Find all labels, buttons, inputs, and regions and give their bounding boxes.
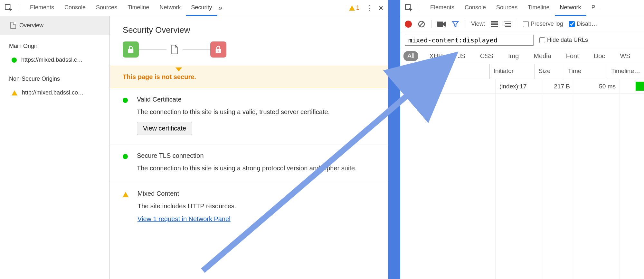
- type-ws[interactable]: WS: [616, 51, 634, 61]
- type-css[interactable]: CSS: [476, 51, 497, 61]
- tab-sources[interactable]: Sources: [91, 0, 122, 16]
- insecure-chip-icon: ×: [210, 41, 226, 58]
- filter-input[interactable]: [405, 35, 534, 46]
- type-doc[interactable]: Doc: [590, 51, 609, 61]
- origin-main-url: https://mixed.badssl.c…: [21, 57, 83, 63]
- close-icon[interactable]: ×: [379, 4, 383, 13]
- svg-rect-14: [505, 26, 511, 27]
- col-name[interactable]: Name: [400, 64, 490, 79]
- svg-text:×: ×: [217, 50, 219, 53]
- row-name: image.jpg: [412, 83, 439, 90]
- col-time[interactable]: Time: [564, 64, 607, 79]
- inspect-icon[interactable]: [5, 4, 13, 12]
- type-img[interactable]: Img: [504, 51, 523, 61]
- cell-name: image.jpg: [400, 79, 496, 94]
- hide-data-urls-input[interactable]: [539, 37, 545, 43]
- tab-security[interactable]: Security: [186, 0, 217, 16]
- tab-sources[interactable]: Sources: [491, 0, 523, 16]
- inspect-icon[interactable]: [405, 4, 413, 12]
- type-xhr[interactable]: XHR: [425, 51, 447, 61]
- security-block-tls: Secure TLS connection The connection to …: [110, 144, 388, 182]
- preserve-log-checkbox[interactable]: Preserve log: [523, 21, 563, 27]
- svg-rect-1: [128, 49, 134, 53]
- cell-initiator[interactable]: (index):17: [496, 79, 543, 94]
- origin-main[interactable]: https://mixed.badssl.c…: [0, 52, 109, 68]
- warning-icon: [349, 5, 355, 11]
- network-type-filter: All XHR JS CSS Img Media Font Doc WS Oth…: [400, 48, 644, 64]
- overview-label: Overview: [19, 22, 43, 29]
- record-button-icon[interactable]: [405, 21, 412, 28]
- svg-rect-8: [491, 21, 498, 22]
- view-small-icon[interactable]: [504, 21, 511, 28]
- svg-rect-13: [504, 25, 511, 25]
- nonsecure-origins-heading: Non-Secure Origins: [0, 68, 109, 85]
- secure-chip-icon: [123, 41, 139, 58]
- network-toolbar: View: Preserve log Disab…: [400, 16, 644, 32]
- timeline-bar-icon: [636, 82, 644, 91]
- camera-icon[interactable]: [437, 21, 446, 27]
- page-chip-icon: [166, 41, 183, 58]
- type-js[interactable]: JS: [454, 51, 469, 61]
- tab-console[interactable]: Console: [59, 0, 91, 16]
- security-summary-icons: ×: [110, 41, 388, 58]
- disable-cache-checkbox[interactable]: Disab…: [569, 21, 597, 27]
- type-all[interactable]: All: [403, 51, 418, 61]
- col-timeline[interactable]: Timeline…: [607, 64, 644, 79]
- tab-console[interactable]: Console: [459, 0, 491, 16]
- secure-dot-icon: [123, 98, 128, 103]
- separator: [465, 20, 465, 28]
- block-body: The connection to this site is using a s…: [137, 163, 357, 173]
- disable-cache-input[interactable]: [569, 21, 575, 27]
- page-icon: [10, 22, 16, 29]
- sidebar-item-overview[interactable]: Overview: [0, 16, 109, 35]
- block-heading: Secure TLS connection: [137, 152, 357, 159]
- col-size[interactable]: Size: [535, 64, 564, 79]
- separator: [431, 20, 431, 28]
- block-heading: Valid Certificate: [137, 96, 330, 103]
- network-row[interactable]: image.jpg (index):17 217 B 50 ms: [400, 79, 644, 94]
- security-banner: This page is not secure.: [110, 66, 388, 88]
- view-requests-link[interactable]: View 1 request in Network Panel: [137, 215, 231, 223]
- origin-nonsecure-url: http://mixed.badssl.co…: [22, 89, 84, 96]
- cell-time: 50 ms: [574, 79, 620, 94]
- security-sidebar: Overview Main Origin https://mixed.badss…: [0, 16, 110, 279]
- origin-nonsecure[interactable]: http://mixed.badssl.co…: [0, 85, 109, 101]
- panel-divider: [388, 0, 400, 279]
- tab-elements[interactable]: Elements: [25, 0, 59, 16]
- tab-elements[interactable]: Elements: [425, 0, 459, 16]
- tab-truncated[interactable]: P…: [586, 0, 606, 16]
- svg-rect-7: [437, 22, 443, 27]
- tab-network[interactable]: Network: [555, 0, 586, 16]
- tabs-overflow-icon[interactable]: »: [219, 4, 223, 12]
- separator: [19, 4, 19, 12]
- main-origin-heading: Main Origin: [0, 35, 109, 52]
- svg-line-6: [420, 22, 423, 26]
- view-large-icon[interactable]: [491, 21, 498, 28]
- filter-icon[interactable]: [451, 20, 459, 28]
- tab-timeline[interactable]: Timeline: [523, 0, 554, 16]
- clear-icon[interactable]: [418, 20, 425, 28]
- secure-dot-icon: [12, 58, 17, 63]
- console-warning-badge[interactable]: 1: [349, 4, 359, 11]
- type-other[interactable]: Other: [641, 51, 644, 61]
- kebab-menu-icon[interactable]: ⋮: [366, 4, 372, 12]
- tab-timeline[interactable]: Timeline: [122, 0, 154, 16]
- preserve-log-input[interactable]: [523, 21, 529, 27]
- disable-cache-label: Disab…: [577, 21, 597, 27]
- devtools-security-panel: Elements Console Sources Timeline Networ…: [0, 0, 388, 279]
- block-body: The site includes HTTP resources.: [137, 201, 236, 211]
- tab-network[interactable]: Network: [155, 0, 186, 16]
- type-font[interactable]: Font: [562, 51, 583, 61]
- network-table-header: Name Initiator Size Time Timeline…: [400, 64, 644, 79]
- col-initiator[interactable]: Initiator: [490, 64, 535, 79]
- svg-rect-9: [491, 23, 498, 25]
- type-media[interactable]: Media: [530, 51, 555, 61]
- view-label: View:: [471, 21, 485, 27]
- secure-dot-icon: [123, 154, 128, 159]
- hide-data-urls-checkbox[interactable]: Hide data URLs: [539, 37, 588, 43]
- view-certificate-button[interactable]: View certificate: [137, 122, 192, 135]
- summary-connector: [139, 50, 166, 50]
- warning-icon: [12, 90, 17, 95]
- security-main: Security Overview × This page is not sec…: [110, 16, 388, 279]
- cell-timeline: [620, 79, 644, 94]
